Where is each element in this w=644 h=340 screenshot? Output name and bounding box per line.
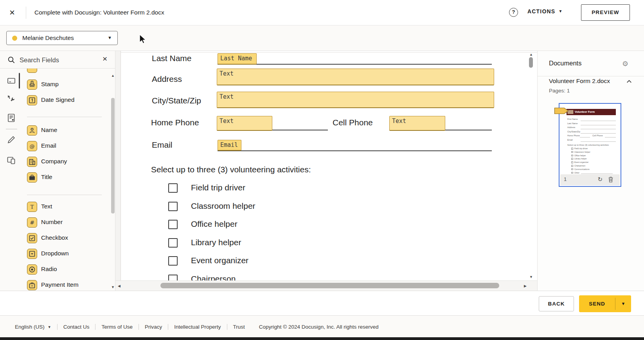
send-options-caret[interactable]: ▼ bbox=[615, 295, 631, 312]
cellphone-field-tab[interactable]: Text bbox=[389, 116, 445, 131]
doc-label: Email bbox=[152, 140, 173, 150]
mini-form-line bbox=[581, 125, 616, 125]
scroll-left-icon[interactable]: ◀ bbox=[118, 284, 121, 288]
page-tag-icon bbox=[554, 107, 569, 114]
sidebar-item-stamp[interactable]: Stamp bbox=[27, 80, 109, 90]
documents-panel: Documents ⚙ Volunteer Form 2.docx Pages:… bbox=[537, 51, 644, 291]
email-icon: @ bbox=[27, 141, 37, 151]
doc-hscrollbar-thumb[interactable] bbox=[160, 283, 499, 288]
dropdown-icon bbox=[27, 249, 37, 259]
mini-form-label: Address bbox=[567, 126, 575, 128]
sidebar-item-label: Payment Item bbox=[41, 281, 79, 288]
chevron-down-icon: ▼ bbox=[48, 325, 51, 329]
mini-checkbox-label: Other bbox=[574, 172, 579, 174]
recipient-dropdown[interactable]: Melanie Deschutes ▼ bbox=[6, 31, 118, 45]
scroll-down-icon[interactable]: ▼ bbox=[529, 275, 533, 279]
doc-hscrollbar[interactable]: ◀ ▶ bbox=[115, 280, 537, 291]
close-search-icon[interactable]: × bbox=[103, 54, 107, 63]
sidebar-item-text[interactable]: TText bbox=[27, 202, 109, 212]
custom-fields-icon[interactable] bbox=[6, 94, 16, 104]
citystatezip-field-tab[interactable]: Text bbox=[217, 92, 494, 108]
sidebar-item-company[interactable]: Company bbox=[27, 157, 109, 167]
sidebar-item-title[interactable]: Title bbox=[27, 172, 109, 183]
gear-icon[interactable]: ⚙ bbox=[622, 60, 628, 68]
trash-icon[interactable] bbox=[608, 176, 613, 183]
homephone-field-tab[interactable]: Text bbox=[217, 116, 272, 131]
sidebar-scrollbar-thumb[interactable] bbox=[111, 98, 115, 213]
sidebar-item-number[interactable]: #Number bbox=[27, 217, 109, 228]
scroll-up-icon[interactable]: ▲ bbox=[111, 74, 115, 78]
name-icon bbox=[27, 125, 37, 136]
sidebar-item-name[interactable]: Name bbox=[27, 125, 109, 136]
back-button[interactable]: BACK bbox=[539, 296, 574, 311]
checkbox-icon bbox=[27, 233, 37, 243]
mini-form-row: City/State/Zip bbox=[567, 130, 617, 134]
footer-link-contact-us[interactable]: Contact Us bbox=[63, 324, 90, 330]
doc-underline bbox=[218, 64, 492, 65]
scroll-up-icon[interactable]: ▲ bbox=[529, 52, 533, 56]
rotate-icon[interactable]: ↻ bbox=[597, 176, 603, 183]
collapse-chevron-icon[interactable] bbox=[626, 79, 632, 84]
sidebar-item-date-signed[interactable]: Date Signed bbox=[27, 95, 109, 105]
page-thumbnail[interactable]: Volunteer Form First NameLast NameAddres… bbox=[559, 103, 621, 187]
send-button[interactable]: SEND bbox=[579, 295, 615, 312]
recipient-name: Melanie Deschutes bbox=[22, 34, 74, 42]
preview-button[interactable]: PREVIEW bbox=[581, 4, 630, 21]
mini-form-label: Email bbox=[567, 139, 573, 141]
radio-icon bbox=[27, 264, 37, 275]
send-split-button[interactable]: SEND ▼ bbox=[579, 295, 631, 312]
doc-label: Address bbox=[152, 74, 182, 84]
page-footer: English (US)▼Contact UsTerms of UsePriva… bbox=[0, 315, 644, 338]
doc-checkbox-label: Office helper bbox=[191, 219, 237, 229]
footer-separator bbox=[95, 324, 95, 330]
mini-form-line bbox=[581, 174, 613, 174]
mini-form-line bbox=[581, 133, 616, 134]
mini-checkbox bbox=[571, 158, 573, 160]
sidebar-item-dropdown[interactable]: Dropdown bbox=[27, 249, 109, 259]
footer-link-terms-of-use[interactable]: Terms of Use bbox=[101, 324, 133, 330]
top-bar: × Complete with Docusign: Volunteer Form… bbox=[0, 0, 644, 25]
document-fields-icon[interactable] bbox=[6, 113, 16, 123]
chevron-down-icon: ▼ bbox=[108, 35, 112, 40]
search-fields-input[interactable] bbox=[19, 54, 99, 66]
mini-checkbox bbox=[571, 151, 573, 153]
close-icon[interactable]: × bbox=[9, 7, 15, 18]
mini-checkbox-label: Event organizer bbox=[574, 161, 588, 163]
scroll-right-icon[interactable]: ▶ bbox=[524, 284, 527, 288]
sidebar-item-label: Title bbox=[41, 174, 52, 181]
mini-form-label: City/State/Zip bbox=[567, 130, 580, 133]
sidebar-item-payment-item[interactable]: Payment Item bbox=[27, 280, 109, 290]
lastname-field-tab[interactable]: Last Name bbox=[218, 53, 257, 65]
email-field-tab[interactable]: Email bbox=[218, 140, 241, 151]
window-bottom-edge bbox=[0, 337, 644, 340]
sidebar-item-label: Company bbox=[41, 158, 67, 165]
footer-link-trust[interactable]: Trust bbox=[233, 324, 245, 330]
footer-link-intellectual-property[interactable]: Intellectual Property bbox=[174, 324, 221, 330]
actions-menu-button[interactable]: ACTIONS▼ bbox=[527, 8, 563, 14]
sidebar-item-checkbox[interactable]: Checkbox bbox=[27, 233, 109, 243]
page-number: 1 bbox=[564, 176, 567, 182]
doc-vscrollbar-thumb[interactable] bbox=[529, 57, 533, 68]
footer-language-selector[interactable]: English (US)▼ bbox=[15, 324, 51, 330]
partial-field-icon bbox=[27, 69, 37, 73]
doc-checkbox bbox=[168, 256, 178, 266]
help-icon[interactable]: ? bbox=[509, 8, 518, 17]
address-field-tab[interactable]: Text bbox=[217, 69, 494, 85]
scroll-down-icon[interactable]: ▼ bbox=[111, 285, 115, 289]
page-title: Complete with Docusign: Volunteer Form 2… bbox=[34, 9, 164, 16]
mini-checkbox-label: Communications bbox=[574, 168, 590, 170]
stamp-icon bbox=[27, 80, 37, 90]
mini-checkbox-label: Classroom helper bbox=[574, 151, 590, 153]
responsive-icon[interactable] bbox=[6, 155, 16, 165]
doc-checkbox-label: Event organizer bbox=[191, 256, 248, 265]
sidebar-item-email[interactable]: @Email bbox=[27, 141, 109, 151]
fields-sidebar: × StampDate SignedName@EmailCompanyTitle… bbox=[0, 51, 115, 291]
sidebar-item-radio[interactable]: Radio bbox=[27, 264, 109, 275]
footer-link-privacy[interactable]: Privacy bbox=[145, 324, 162, 330]
standard-fields-icon[interactable] bbox=[6, 76, 16, 86]
header-divider bbox=[26, 7, 26, 19]
mini-form-title: Volunteer Form bbox=[575, 110, 595, 114]
draw-icon[interactable] bbox=[6, 134, 16, 145]
mini-form-line bbox=[581, 141, 616, 142]
svg-text:@: @ bbox=[30, 143, 35, 149]
